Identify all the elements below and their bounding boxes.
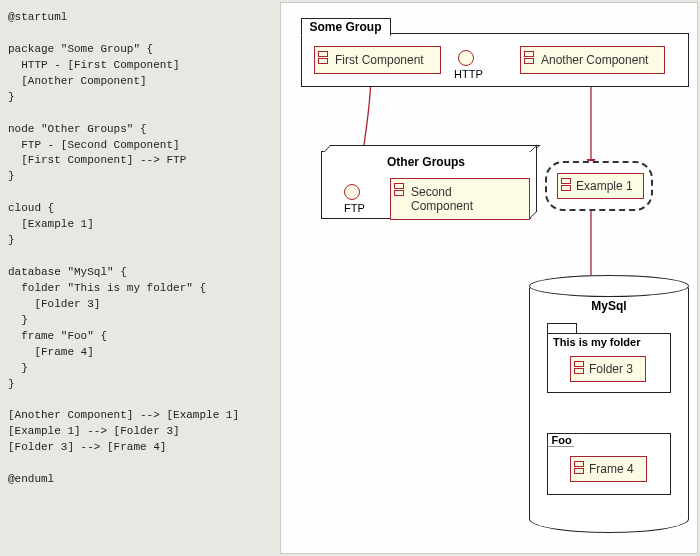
package-title: Some Group — [301, 18, 391, 36]
interface-ftp-label: FTP — [344, 202, 365, 214]
node-title: Other Groups — [322, 152, 530, 173]
component-first: First Component — [314, 46, 441, 74]
database-title: MySql — [529, 299, 689, 313]
frame-container: Foo Frame 4 — [547, 433, 671, 495]
node-other-groups: Other Groups FTP Second Component — [321, 151, 531, 219]
folder-title: This is my folder — [548, 334, 670, 350]
interface-http-label: HTTP — [454, 68, 483, 80]
cloud-container: Example 1 — [545, 161, 653, 211]
component-second: Second Component — [390, 178, 530, 220]
interface-ftp-icon — [344, 184, 360, 200]
frame-title: Foo — [547, 433, 579, 447]
folder-container: This is my folder Folder 3 — [547, 333, 671, 393]
source-code: @startuml package "Some Group" { HTTP - … — [0, 0, 280, 556]
component-folder3: Folder 3 — [570, 356, 646, 382]
diagram-canvas: Some Group First Component HTTP Another … — [280, 2, 698, 554]
component-example1: Example 1 — [557, 173, 644, 199]
database-mysql: MySql This is my folder Folder 3 Foo Fra… — [529, 275, 689, 533]
component-frame4: Frame 4 — [570, 456, 647, 482]
package-some-group: Some Group First Component HTTP Another … — [301, 33, 689, 87]
interface-http-icon — [458, 50, 474, 66]
component-another: Another Component — [520, 46, 665, 74]
